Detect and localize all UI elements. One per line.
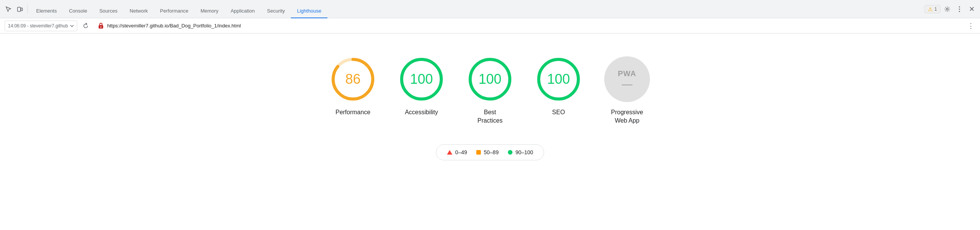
tab-elements[interactable]: Elements [30, 5, 63, 18]
security-icon [97, 22, 105, 30]
tab-console[interactable]: Console [63, 5, 93, 18]
accessibility-score: 100 [410, 71, 433, 87]
score-item-performance: 86 Performance [330, 56, 376, 117]
session-tab[interactable]: 14:06:09 - stevemiller7.github [5, 21, 77, 31]
legend-item-orange: 50–89 [476, 149, 499, 155]
performance-label: Performance [335, 108, 370, 117]
toolbar-right: ⚠ 1 ✕ [924, 4, 977, 14]
scores-row: 86 Performance 100 Accessibility [330, 56, 650, 125]
svg-rect-1 [21, 8, 22, 11]
orange-square-icon [476, 150, 481, 155]
devtools-toolbar: Elements Console Sources Network Perform… [0, 0, 980, 18]
seo-circle: 100 [536, 56, 581, 102]
warning-button[interactable]: ⚠ 1 [924, 5, 940, 13]
legend-range-orange: 50–89 [484, 149, 499, 155]
tab-memory[interactable]: Memory [195, 5, 225, 18]
legend-item-red: 0–49 [447, 149, 467, 155]
pwa-label: Progressive Web App [611, 108, 643, 125]
svg-point-4 [959, 8, 960, 10]
pwa-dash: — [622, 79, 632, 89]
svg-rect-0 [18, 7, 21, 11]
settings-button[interactable] [942, 4, 953, 14]
inspect-element-button[interactable] [3, 4, 14, 14]
lighthouse-main: 86 Performance 100 Accessibility [0, 34, 980, 193]
pwa-text: PWA [618, 69, 637, 78]
more-options-button[interactable] [954, 4, 965, 14]
svg-point-5 [959, 11, 960, 12]
svg-point-3 [959, 6, 960, 7]
green-circle-icon [508, 150, 512, 155]
address-text: https://stevemiller7.github.io/Bad_Dog_P… [107, 23, 963, 29]
best-practices-label: Best Practices [477, 108, 503, 125]
reload-button[interactable] [80, 21, 91, 31]
legend-range-green: 90–100 [516, 149, 533, 155]
seo-score: 100 [547, 71, 570, 87]
red-triangle-icon [447, 150, 452, 155]
tab-lighthouse[interactable]: Lighthouse [291, 5, 327, 18]
warning-icon: ⚠ [928, 6, 933, 12]
best-practices-score: 100 [479, 71, 501, 87]
tab-network[interactable]: Network [124, 5, 154, 18]
score-item-pwa: PWA — Progressive Web App [604, 56, 650, 125]
legend-item-green: 90–100 [508, 149, 533, 155]
tab-sources[interactable]: Sources [93, 5, 124, 18]
score-item-seo: 100 SEO [536, 56, 581, 117]
svg-point-2 [946, 8, 948, 10]
legend-range-red: 0–49 [455, 149, 467, 155]
score-item-accessibility: 100 Accessibility [399, 56, 444, 117]
session-label: 14:06:09 - stevemiller7.github [8, 23, 68, 29]
tab-application[interactable]: Application [225, 5, 261, 18]
performance-circle: 86 [330, 56, 376, 102]
svg-point-7 [101, 26, 102, 27]
score-item-best-practices: 100 Best Practices [467, 56, 513, 125]
performance-score: 86 [345, 71, 361, 87]
score-legend: 0–49 50–89 90–100 [436, 144, 544, 160]
pwa-circle: PWA — [604, 56, 650, 102]
accessibility-circle: 100 [399, 56, 444, 102]
seo-label: SEO [552, 108, 565, 117]
close-devtools-button[interactable]: ✕ [966, 4, 977, 14]
tab-performance[interactable]: Performance [154, 5, 194, 18]
address-row: 14:06:09 - stevemiller7.github https://s… [0, 18, 980, 34]
accessibility-label: Accessibility [405, 108, 438, 117]
toolbar-separator [27, 5, 28, 14]
address-more-button[interactable]: ⋮ [966, 21, 975, 30]
warning-count: 1 [934, 6, 937, 12]
url-container: https://stevemiller7.github.io/Bad_Dog_P… [97, 22, 963, 30]
tab-security[interactable]: Security [261, 5, 291, 18]
device-toolbar-button[interactable] [14, 4, 25, 14]
best-practices-circle: 100 [467, 56, 513, 102]
